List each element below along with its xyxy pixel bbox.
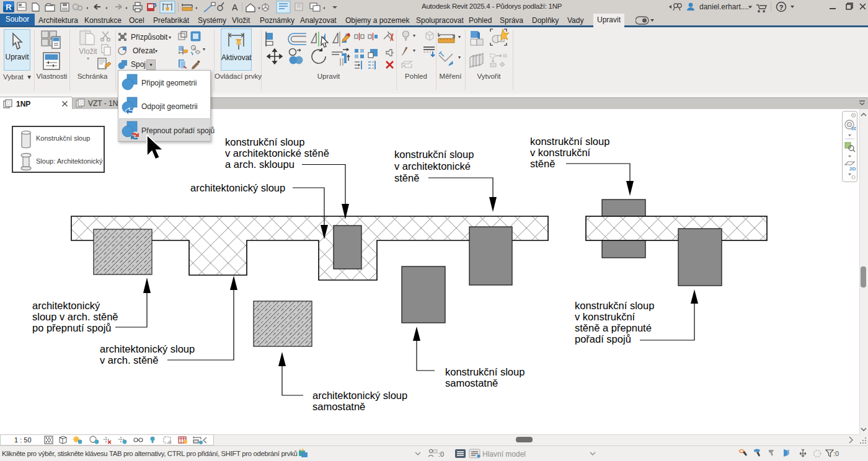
svg-text:stěně: stěně xyxy=(530,158,555,169)
svg-text:architektonický sloup: architektonický sloup xyxy=(312,390,407,401)
svg-text:stěně a přepnuté: stěně a přepnuté xyxy=(575,322,652,333)
svg-text:2D: 2D xyxy=(849,166,856,172)
svg-text:konstrukční sloup: konstrukční sloup xyxy=(530,136,609,147)
svg-text:po přepnutí spojů: po přepnutí spojů xyxy=(32,322,112,333)
svg-text:stěně: stěně xyxy=(394,172,419,183)
svg-text:architektonický sloup: architektonický sloup xyxy=(190,182,285,193)
svg-text:samostatně: samostatně xyxy=(445,377,498,389)
svg-text:konstrukční sloup: konstrukční sloup xyxy=(575,300,654,311)
svg-text:konstrukční sloup: konstrukční sloup xyxy=(394,149,474,160)
svg-text:2D: 2D xyxy=(851,126,856,131)
svg-text:pořadí spojů: pořadí spojů xyxy=(575,333,631,345)
svg-text::0: :0 xyxy=(438,450,444,458)
svg-text:konstrukční sloup: konstrukční sloup xyxy=(225,136,304,147)
svg-text:v konstrukční: v konstrukční xyxy=(575,311,636,322)
svg-text:architektonický sloup: architektonický sloup xyxy=(100,343,195,354)
svg-text:v architektonické stěně: v architektonické stěně xyxy=(225,147,329,159)
svg-text:konstrukční sloup: konstrukční sloup xyxy=(445,366,525,377)
svg-text:sloup v arch. stěně: sloup v arch. stěně xyxy=(32,311,118,322)
svg-text:v arch. stěně: v arch. stěně xyxy=(100,354,158,366)
svg-text:v architektonické: v architektonické xyxy=(394,160,471,172)
svg-text:v konstrukční: v konstrukční xyxy=(530,147,591,158)
svg-text:a arch. skloupu: a arch. skloupu xyxy=(225,159,294,170)
svg-text:samostatně: samostatně xyxy=(312,401,365,412)
svg-text:architektonický: architektonický xyxy=(32,300,100,311)
